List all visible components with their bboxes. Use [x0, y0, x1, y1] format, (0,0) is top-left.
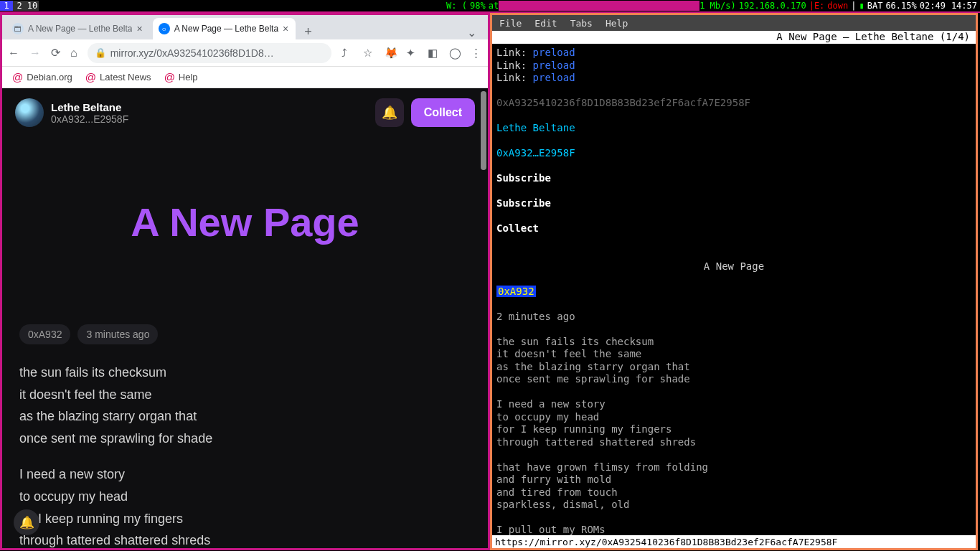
favicon-icon: 🗔 [12, 23, 24, 34]
text-content[interactable]: Link: preload Link: preload Link: preloa… [492, 44, 976, 535]
poem-line: for I keep running my fingers [496, 423, 971, 436]
profile-icon[interactable]: ◯ [449, 47, 461, 60]
battery-pct: 66.15% [885, 1, 916, 11]
close-icon[interactable]: × [136, 23, 142, 34]
link-label: Link: [496, 60, 533, 71]
menu-tabs[interactable]: Tabs [570, 18, 593, 29]
forward-icon[interactable]: → [29, 47, 41, 60]
eth-status: down [827, 1, 848, 11]
poem-line: it doesn't feel the same [496, 348, 971, 361]
share-icon[interactable]: ⤴ [341, 47, 353, 59]
poem-line: the sun fails its checksum [19, 362, 471, 384]
timestamp-chip: 3 minutes ago [77, 324, 158, 344]
subscribe-button[interactable]: 🔔 [375, 98, 404, 127]
preload-link[interactable]: preload [533, 72, 575, 83]
title-bar: A New Page — Lethe Beltane (1/4) [492, 31, 976, 44]
preload-link[interactable]: preload [533, 60, 575, 71]
workspace-2[interactable]: 2 [13, 1, 26, 11]
tab-title: A New Page — Lethe Belta [174, 24, 278, 34]
full-address: 0xA9325410236f8D1D8B83Bd23ef2F6acfA7E295… [496, 97, 971, 110]
wifi-at: at [489, 1, 499, 11]
favicon-icon: ○ [159, 23, 170, 34]
poem-line: once sent me sprawling for shade [19, 428, 471, 450]
new-tab-button[interactable]: + [298, 24, 318, 39]
browser-tab-0[interactable]: 🗔 A New Page — Lethe Belta × [6, 18, 150, 39]
bookmark-label: Latest News [100, 72, 151, 83]
subscribe-text[interactable]: Subscribe [496, 172, 971, 185]
extensions-icon[interactable]: ✦ [406, 47, 418, 60]
poem-line: I pull out my ROMs [496, 524, 971, 535]
metamask-icon[interactable]: 🦊 [385, 47, 396, 60]
author-name[interactable]: Lethe Beltane [51, 101, 128, 113]
close-icon[interactable]: × [283, 23, 288, 34]
workspace-1[interactable]: 1 [0, 1, 13, 11]
text-browser-window: File Edit Tabs Help A New Page — Lethe B… [490, 13, 978, 550]
poem-line: I need a new story [19, 463, 471, 486]
address-link[interactable]: 0xA932…E2958F [496, 147, 575, 159]
bookmark-debian[interactable]: @ Debian.org [12, 71, 72, 83]
poem-line: as the blazing starry organ that [496, 361, 971, 374]
scrollbar-thumb[interactable] [481, 91, 486, 170]
author-address[interactable]: 0xA932...E2958F [51, 113, 128, 125]
debian-icon: @ [12, 71, 23, 83]
workspace-list: 1 2 10 [0, 1, 39, 11]
net-speed: 1 Mb/s) [699, 1, 736, 11]
address-chip[interactable]: 0xA932 [19, 324, 70, 344]
tab-title: A New Page — Lethe Belta [28, 24, 132, 34]
menu-help[interactable]: Help [606, 18, 628, 29]
timestamp: 2 minutes ago [496, 311, 971, 324]
back-icon[interactable]: ← [8, 47, 19, 60]
battery-icon: ▮ [859, 1, 864, 11]
poem-line: I need a new story [496, 398, 971, 411]
link-label: Link: [496, 72, 533, 83]
author-link[interactable]: Lethe Beltane [496, 122, 575, 133]
sidepanel-icon[interactable]: ◧ [428, 47, 439, 60]
divider: | [851, 1, 856, 11]
poem-body: the sun fails its checksum it doesn't fe… [2, 344, 488, 548]
bookmark-label: Help [179, 72, 198, 83]
article-title: A New Page [496, 260, 971, 273]
poem-line: sparkless, dismal, old [496, 499, 971, 512]
poem-line: for I keep running my fingers [19, 508, 471, 530]
bookmark-help[interactable]: @ Help [164, 71, 198, 83]
page-title: A New Page [2, 199, 488, 245]
star-icon[interactable]: ☆ [363, 47, 374, 60]
lock-icon[interactable]: 🔒 [95, 47, 106, 58]
clock: 14:57 [951, 1, 977, 11]
workspace-10[interactable]: 10 [26, 1, 39, 11]
preload-link[interactable]: preload [533, 47, 575, 58]
chromium-window: 🗔 A New Page — Lethe Belta × ○ A New Pag… [0, 13, 490, 550]
url-bar[interactable]: 🔒 mirror.xyz/0xA9325410236f8D1D8… [88, 43, 331, 63]
selected-address[interactable]: 0xA932 [496, 286, 536, 297]
browser-tab-1[interactable]: ○ A New Page — Lethe Belta × [153, 18, 296, 39]
avatar[interactable] [15, 98, 44, 127]
menu-edit[interactable]: Edit [534, 18, 557, 29]
subscribe-text[interactable]: Subscribe [496, 197, 971, 210]
bell-icon: 🔔 [382, 105, 397, 121]
uptime: 02:49 [920, 1, 946, 11]
floating-notifications-button[interactable]: 🔔 [14, 509, 39, 535]
link-label: Link: [496, 47, 533, 58]
debian-icon: @ [164, 71, 175, 83]
taskbar: 1 2 10 W: ( 98% at 1 Mb/s) 192.168.0.170… [0, 0, 980, 13]
poem-line: the sun fails its checksum [496, 336, 971, 349]
url-text: mirror.xyz/0xA9325410236f8D1D8… [110, 47, 324, 59]
reload-icon[interactable]: ⟳ [51, 46, 60, 60]
poem-line: it doesn't feel the same [19, 384, 471, 406]
article-header: Lethe Beltane 0xA932...E2958F 🔔 Collect [2, 98, 488, 127]
meta-chips: 0xA932 3 minutes ago [2, 324, 488, 344]
menu-file[interactable]: File [499, 18, 522, 29]
tab-dropdown-icon[interactable]: ⌄ [460, 26, 484, 39]
debian-icon: @ [85, 71, 96, 83]
home-icon[interactable]: ⌂ [70, 47, 77, 60]
poem-line: and furry with mold [496, 474, 971, 486]
bookmark-news[interactable]: @ Latest News [85, 71, 151, 83]
menu-icon[interactable]: ⋮ [471, 47, 482, 60]
collect-button[interactable]: Collect [411, 98, 475, 127]
collect-text[interactable]: Collect [496, 222, 971, 235]
bookmarks-bar: @ Debian.org @ Latest News @ Help [2, 67, 488, 88]
scrollbar[interactable] [479, 88, 488, 548]
tab-strip: 🗔 A New Page — Lethe Belta × ○ A New Pag… [2, 15, 488, 39]
wifi-ssid-hidden [499, 1, 699, 11]
poem-line: through tattered shattered shreds [19, 529, 471, 548]
